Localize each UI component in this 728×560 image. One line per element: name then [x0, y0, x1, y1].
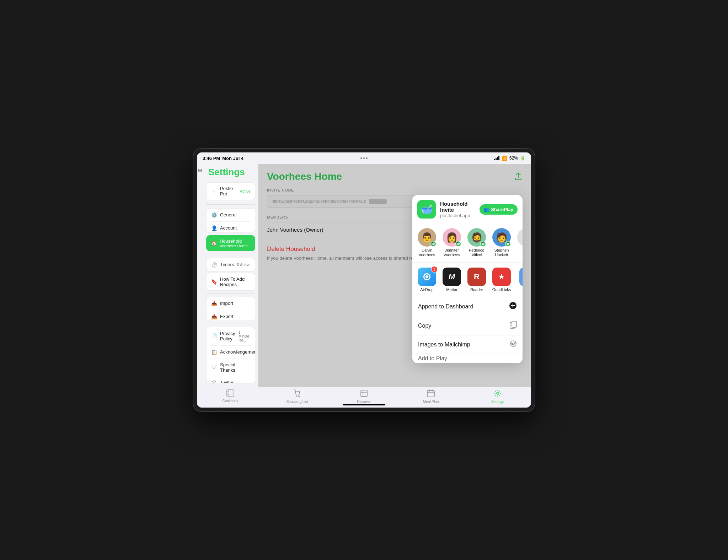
export-label: Export — [220, 314, 234, 319]
action-add-play[interactable]: Add to Play — [412, 354, 523, 363]
tab-mealplan[interactable]: Meal Plan — [418, 389, 443, 404]
contact-name-jennifer: JenniferVoorhees — [444, 248, 460, 257]
contact-stephen[interactable]: 🧑 💬 StephenHackett — [491, 228, 513, 257]
contact-calvin[interactable]: 👨 💬 CalvinVoorhees — [416, 228, 438, 257]
copy-icon — [510, 321, 517, 330]
plus-icon: + — [211, 188, 217, 194]
svg-point-10 — [296, 396, 297, 397]
person-icon: 👤 — [211, 225, 217, 231]
sidebar-item-how-to[interactable]: 🔖 How To Add Recipes — [206, 273, 255, 291]
tab-discover[interactable]: Discover — [352, 389, 376, 404]
import-label: Import — [220, 301, 233, 306]
tab-shopping[interactable]: Shopping List — [285, 389, 310, 404]
sidebar-collapse-icon[interactable]: ⊟ — [198, 167, 202, 173]
timer-icon: ⏱️ — [211, 262, 217, 268]
msg-badge-calvin: 💬 — [430, 241, 436, 247]
cookbook-icon — [226, 389, 234, 398]
avatar-calvin: 👨 💬 — [418, 228, 436, 247]
app-airdrop[interactable]: 3 AirDrop — [416, 268, 438, 292]
app-goodlinks[interactable]: ★ GoodLinks — [491, 268, 513, 292]
list-icon: 📋 — [211, 349, 217, 355]
household-label: Household — [220, 238, 248, 244]
tab-cookbook[interactable]: Cookbook — [218, 389, 243, 403]
action-rows: Append to Dashboard Copy — [412, 297, 523, 363]
account-label: Account — [220, 225, 237, 231]
mealplan-icon — [427, 389, 435, 399]
gear-icon: ⚙️ — [211, 212, 217, 218]
app-matter[interactable]: M Matter — [441, 268, 463, 292]
household-sublabel: Voorhees Home — [220, 244, 248, 248]
pestle-pro-badge: Active — [240, 189, 251, 193]
sidebar-item-export[interactable]: 📤 Export — [207, 310, 255, 321]
wifi-icon: 📶 — [502, 156, 507, 161]
house-icon: 🏠 — [210, 240, 217, 246]
share-app-icon: 🥣 — [417, 200, 436, 219]
avatar-federico: 🧔 💬 — [467, 228, 486, 247]
contact-jennifer[interactable]: 👩 💬 JenniferVoorhees — [441, 228, 463, 257]
privacy-label: Privacy Policy — [220, 331, 236, 341]
avatar-stephen: 🧑 💬 — [492, 228, 511, 247]
sidebar-title: Settings — [203, 167, 258, 182]
mailchimp-icon — [510, 340, 517, 349]
tab-settings[interactable]: Settings — [485, 389, 510, 404]
sidebar-item-general[interactable]: ⚙️ General — [207, 209, 255, 221]
msg-badge-federico: 💬 — [480, 241, 486, 247]
apps-row: 3 AirDrop M Matter — [412, 263, 523, 297]
tab-cookbook-label: Cookbook — [222, 399, 238, 403]
sidebar-item-twitter[interactable]: @ Twitter — [207, 376, 255, 383]
home-indicator — [343, 404, 385, 405]
battery-percentage: 62% — [509, 156, 518, 161]
timers-badge: 0 Active — [237, 263, 251, 267]
share-sheet: 🥣 Household Invite pestlechef.app 👥 Shar… — [412, 195, 523, 363]
msg-badge-stephen: 💬 — [505, 241, 511, 247]
detail-panel: Voorhees Home INVITE CODE https://pestle… — [258, 164, 531, 387]
tab-discover-label: Discover — [357, 400, 371, 404]
app-reader[interactable]: R Reader — [466, 268, 488, 292]
matter-icon: M — [443, 268, 461, 286]
avatar-jennifer: 👩 💬 — [443, 228, 461, 247]
airdrop-badge: 3 — [431, 266, 438, 273]
sidebar-item-account[interactable]: 👤 Account — [207, 222, 255, 232]
special-thanks-label: Special Thanks — [220, 362, 251, 373]
sidebar-item-timers[interactable]: ⏱️ Timers 0 Active — [206, 258, 255, 271]
action-copy[interactable]: Copy — [412, 316, 523, 335]
contact-more[interactable]: M3 — [515, 228, 523, 257]
goodlinks-icon: ★ — [492, 268, 511, 286]
general-label: General — [220, 212, 236, 217]
action-append[interactable]: Append to Dashboard — [412, 297, 523, 316]
discover-icon — [360, 389, 368, 399]
contact-name-federico: FedericoViticci — [469, 248, 485, 257]
copy-label: Copy — [418, 323, 510, 329]
sidebar-item-pestle-pro[interactable]: + Pestle Pro Active — [206, 182, 255, 200]
bookmark-icon: 🔖 — [211, 279, 217, 285]
contacts-row: 👨 💬 CalvinVoorhees 👩 💬 JenniferVoorh — [412, 223, 523, 263]
share-sheet-header: 🥣 Household Invite pestlechef.app 👥 Shar… — [412, 195, 523, 223]
reader-label: Reader — [470, 287, 483, 292]
shopping-icon — [294, 389, 301, 399]
shareplay-button[interactable]: 👥 SharePlay — [480, 204, 518, 215]
sidebar-item-acknowledgements[interactable]: 📋 Acknowledgements — [207, 346, 255, 359]
shareplay-icon: 👥 — [484, 207, 489, 212]
tab-settings-label: Settings — [491, 400, 504, 404]
battery-icon: 🔋 — [520, 156, 525, 161]
contact-name-stephen: StephenHackett — [494, 248, 509, 257]
sidebar-item-privacy[interactable]: 📄 Privacy Policy 1 Minute Re... — [207, 327, 255, 345]
ipad-frame: 3:46 PM Mon Jul 4 📶 62% 🔋 — [193, 149, 535, 411]
how-to-label: How To Add Recipes — [220, 276, 251, 287]
pestle-pro-label: Pestle Pro — [220, 186, 237, 196]
airdrop-label: AirDrop — [420, 287, 433, 292]
app-dev[interactable]: DE — [515, 268, 523, 292]
export-icon: 📤 — [211, 313, 217, 320]
sidebar-item-import[interactable]: 📥 Import — [207, 297, 255, 310]
sidebar-item-household[interactable]: 🏠 Household Voorhees Home — [206, 235, 255, 251]
signal-bars — [494, 156, 499, 160]
at-icon: @ — [211, 379, 217, 383]
sidebar-item-special-thanks[interactable]: ♡ Special Thanks — [207, 359, 255, 376]
svg-point-19 — [497, 392, 499, 394]
append-label: Append to Dashboard — [418, 303, 509, 310]
svg-rect-4 — [512, 321, 516, 327]
acknowledgements-label: Acknowledgements — [220, 349, 255, 355]
dev-icon: DE — [519, 268, 523, 286]
action-mailchimp[interactable]: Images to Mailchimp — [412, 335, 523, 354]
contact-federico[interactable]: 🧔 💬 FedericoViticci — [466, 228, 488, 257]
